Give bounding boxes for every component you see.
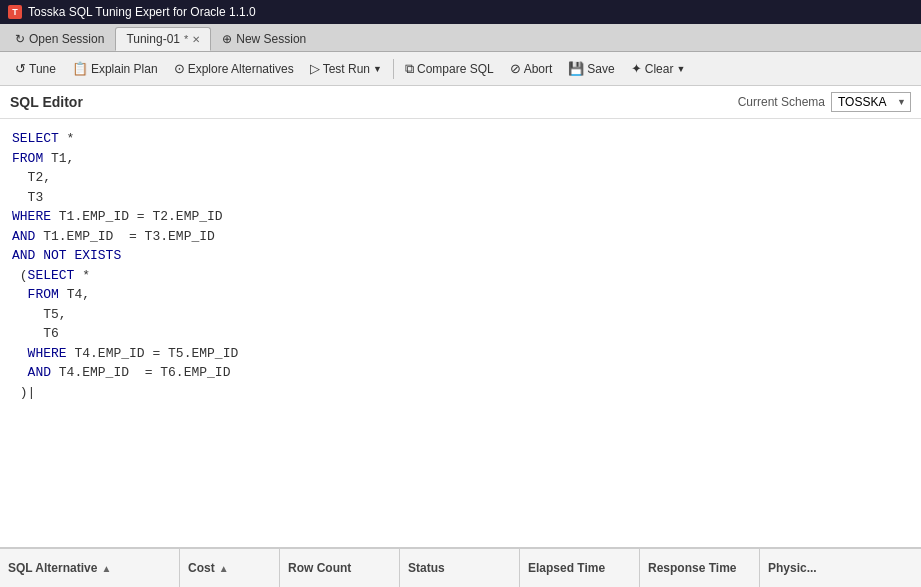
- clear-dropdown-icon: ▼: [676, 64, 685, 74]
- save-button[interactable]: 💾 Save: [561, 58, 621, 79]
- sql-editor-header: SQL Editor Current Schema TOSSKA SYS SYS…: [0, 86, 921, 119]
- schema-select-wrapper: TOSSKA SYS SYSTEM HR OE: [831, 92, 911, 112]
- col-cost[interactable]: Cost ▲: [180, 549, 280, 587]
- test-run-dropdown-icon: ▼: [373, 64, 382, 74]
- col-elapsed-time[interactable]: Elapsed Time: [520, 549, 640, 587]
- sql-line-2: FROM T1,: [12, 149, 909, 169]
- abort-icon: ⊘: [510, 61, 521, 76]
- tune-icon: ↺: [15, 61, 26, 76]
- sort-icon-cost: ▲: [219, 563, 229, 574]
- title-bar: T Tosska SQL Tuning Expert for Oracle 1.…: [0, 0, 921, 24]
- app-icon: T: [8, 5, 22, 19]
- tab-tuning-01[interactable]: Tuning-01 * ✕: [115, 27, 211, 51]
- abort-button[interactable]: ⊘ Abort: [503, 58, 560, 79]
- compare-sql-button[interactable]: ⧉ Compare SQL: [398, 58, 501, 80]
- explain-plan-icon: 📋: [72, 61, 88, 76]
- open-session-icon: ↻: [15, 32, 25, 46]
- col-response-time-label: Response Time: [648, 561, 736, 575]
- sql-line-9: FROM T4,: [12, 285, 909, 305]
- sql-line-8: (SELECT *: [12, 266, 909, 286]
- separator-1: [393, 59, 394, 79]
- col-physical-label: Physic...: [768, 561, 817, 575]
- sql-line-4: T3: [12, 188, 909, 208]
- sql-line-10: T5,: [12, 305, 909, 325]
- explore-icon: ⊙: [174, 61, 185, 76]
- toolbar: ↺ Tune 📋 Explain Plan ⊙ Explore Alternat…: [0, 52, 921, 86]
- col-elapsed-time-label: Elapsed Time: [528, 561, 605, 575]
- sql-line-1: SELECT *: [12, 129, 909, 149]
- col-physical[interactable]: Physic...: [760, 549, 921, 587]
- tab-open-session[interactable]: ↻ Open Session: [4, 27, 115, 51]
- sql-line-5: WHERE T1.EMP_ID = T2.EMP_ID: [12, 207, 909, 227]
- sort-icon-sql-alternative: ▲: [101, 563, 111, 574]
- col-sql-alternative-label: SQL Alternative: [8, 561, 97, 575]
- sql-line-11: T6: [12, 324, 909, 344]
- tab-bar: ↻ Open Session Tuning-01 * ✕ ⊕ New Sessi…: [0, 24, 921, 52]
- sql-line-13: AND T4.EMP_ID = T6.EMP_ID: [12, 363, 909, 383]
- col-row-count[interactable]: Row Count: [280, 549, 400, 587]
- sql-line-12: WHERE T4.EMP_ID = T5.EMP_ID: [12, 344, 909, 364]
- col-cost-label: Cost: [188, 561, 215, 575]
- tab-modified-indicator: *: [184, 33, 188, 45]
- sql-line-6: AND T1.EMP_ID = T3.EMP_ID: [12, 227, 909, 247]
- current-schema-label: Current Schema: [738, 95, 825, 109]
- sql-line-14: )|: [12, 383, 909, 403]
- test-run-button[interactable]: ▷ Test Run ▼: [303, 58, 389, 79]
- save-icon: 💾: [568, 61, 584, 76]
- tab-close-button[interactable]: ✕: [192, 34, 200, 45]
- col-row-count-label: Row Count: [288, 561, 351, 575]
- sql-line-3: T2,: [12, 168, 909, 188]
- app-title: Tosska SQL Tuning Expert for Oracle 1.1.…: [28, 5, 256, 19]
- schema-row: Current Schema TOSSKA SYS SYSTEM HR OE: [738, 92, 911, 112]
- sql-code-area[interactable]: SELECT * FROM T1, T2, T3 WHERE T1.EMP_ID…: [0, 119, 921, 547]
- new-session-icon: ⊕: [222, 32, 232, 46]
- clear-button[interactable]: ✦ Clear ▼: [624, 58, 693, 79]
- col-status[interactable]: Status: [400, 549, 520, 587]
- col-response-time[interactable]: Response Time: [640, 549, 760, 587]
- bottom-table-header: SQL Alternative ▲ Cost ▲ Row Count Statu…: [0, 547, 921, 587]
- test-run-icon: ▷: [310, 61, 320, 76]
- schema-select[interactable]: TOSSKA SYS SYSTEM HR OE: [831, 92, 911, 112]
- tune-button[interactable]: ↺ Tune: [8, 58, 63, 79]
- clear-icon: ✦: [631, 61, 642, 76]
- col-sql-alternative[interactable]: SQL Alternative ▲: [0, 549, 180, 587]
- compare-icon: ⧉: [405, 61, 414, 77]
- main-content: SQL Editor Current Schema TOSSKA SYS SYS…: [0, 86, 921, 587]
- explore-alternatives-button[interactable]: ⊙ Explore Alternatives: [167, 58, 301, 79]
- col-status-label: Status: [408, 561, 445, 575]
- sql-editor-container: SQL Editor Current Schema TOSSKA SYS SYS…: [0, 86, 921, 547]
- tab-new-session[interactable]: ⊕ New Session: [211, 27, 317, 51]
- sql-editor-title: SQL Editor: [10, 94, 83, 110]
- sql-line-7: AND NOT EXISTS: [12, 246, 909, 266]
- explain-plan-button[interactable]: 📋 Explain Plan: [65, 58, 165, 79]
